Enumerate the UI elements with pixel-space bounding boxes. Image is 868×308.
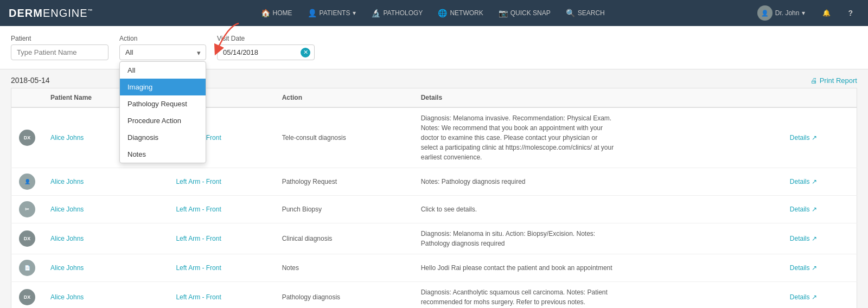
col-avatar: [11, 88, 43, 108]
nav-quicksnap-label: QUICK SNAP: [510, 9, 551, 17]
nav-network[interactable]: 🌐 NETWORK: [431, 4, 489, 22]
details-cell: Diagnosis: Melanoma in situ. Action: Bio…: [413, 223, 782, 254]
brand-logo: DERMENGINE™: [9, 7, 93, 20]
nav-patients[interactable]: 👤 PATIENTS ▾: [301, 4, 363, 22]
nav-search[interactable]: 🔍 SEARCH: [559, 4, 611, 22]
details-link[interactable]: Details ↗: [790, 178, 817, 185]
table-row: DX Alice Johns Left Arm - Front Clinical…: [11, 223, 857, 254]
nav-help[interactable]: ?: [841, 4, 859, 22]
nav-pathology-label: PATHOLOGY: [383, 9, 423, 17]
col-action: Action: [275, 88, 413, 108]
visit-date-filter-group: Visit Date ✕: [217, 35, 315, 60]
nav-home-label: HOME: [273, 9, 292, 17]
details-link[interactable]: Details ↗: [790, 206, 817, 213]
avatar-badge: ✂: [19, 201, 35, 217]
patient-name-cell: Alice Johns: [43, 282, 142, 309]
nav-user-label: Dr. John: [775, 9, 800, 17]
patient-name-cell: Alice Johns: [43, 254, 142, 282]
details-link-cell: Details ↗: [782, 223, 857, 254]
details-link-cell: Details ↗: [782, 282, 857, 309]
patient-name-link[interactable]: Alice Johns: [50, 206, 84, 213]
visit-date-label: Visit Date: [217, 35, 315, 42]
table-row: 📄 Alice Johns Left Arm - Front Notes Hel…: [11, 254, 857, 282]
date-clear-button[interactable]: ✕: [301, 48, 310, 57]
navbar: DERMENGINE™ 🏠 HOME 👤 PATIENTS ▾ 🔬 PATHOL…: [0, 0, 868, 26]
nav-patients-label: PATIENTS: [320, 9, 350, 17]
avatar-badge: DX: [19, 130, 35, 146]
brand-prefix: DERM: [9, 7, 43, 19]
nav-home[interactable]: 🏠 HOME: [254, 4, 299, 22]
dropdown-item-pathology-request[interactable]: Pathology Request: [120, 95, 206, 112]
nav-quicksnap[interactable]: 📷 QUICK SNAP: [492, 4, 557, 22]
action-dropdown-menu: All Imaging Pathology Request Procedure …: [119, 61, 206, 163]
patient-name-link[interactable]: Alice Johns: [50, 264, 84, 272]
details-text: Notes: Pathology diagnosis required: [421, 177, 616, 187]
avatar-badge: DX: [19, 230, 35, 247]
date-input-wrapper: ✕: [217, 44, 315, 60]
nav-right: 👤 Dr. John ▾ 🔔 ?: [751, 1, 859, 25]
action-select[interactable]: All Imaging Pathology Request Procedure …: [119, 44, 206, 60]
nav-notifications[interactable]: 🔔: [816, 5, 837, 21]
nav-network-label: NETWORK: [450, 9, 483, 17]
details-link[interactable]: Details ↗: [790, 264, 817, 272]
patient-name-cell: Alice Johns: [43, 223, 142, 254]
details-text: Diagnosis: Melanoma invasive. Recommenda…: [421, 113, 616, 162]
location-link[interactable]: Left Arm - Front: [176, 206, 221, 213]
details-cell: Diagnosis: Acantholytic squamous cell ca…: [413, 282, 782, 309]
table-row: ✂ Alice Johns Left Arm - Front Punch Bio…: [11, 196, 857, 223]
dropdown-item-notes[interactable]: Notes: [120, 146, 206, 163]
action-cell: Clinical diagnosis: [275, 223, 413, 254]
visit-date-input[interactable]: [217, 44, 315, 60]
action-cell: Pathology diagnosis: [275, 282, 413, 309]
location-link[interactable]: Left Arm - Front: [176, 264, 221, 272]
print-report-button[interactable]: 🖨 Print Report: [810, 76, 857, 85]
details-link[interactable]: Details ↗: [790, 235, 817, 242]
patient-name-link[interactable]: Alice Johns: [50, 134, 84, 142]
details-text: Click to see details.: [421, 204, 616, 214]
location-cell: Left Arm - Front: [168, 254, 274, 282]
details-cell: Notes: Pathology diagnosis required: [413, 168, 782, 196]
avatar: 👤: [757, 5, 773, 21]
details-text: Diagnosis: Acantholytic squamous cell ca…: [421, 287, 616, 307]
nav-pathology[interactable]: 🔬 PATHOLOGY: [365, 4, 429, 22]
details-link-cell: Details ↗: [782, 254, 857, 282]
empty-cell: [142, 254, 168, 282]
action-label: Action: [119, 35, 206, 42]
col-details-link: [782, 88, 857, 108]
action-filter-group: Action All Imaging Pathology Request Pro…: [119, 35, 206, 60]
table-row: 👤 Alice Johns Left Arm - Front Pathology…: [11, 168, 857, 196]
details-link-cell: Details ↗: [782, 168, 857, 196]
location-cell: Left Arm - Front: [168, 282, 274, 309]
patient-search-input[interactable]: [11, 44, 108, 60]
details-text: Diagnosis: Melanoma in situ. Action: Bio…: [421, 229, 616, 248]
avatar-badge: 👤: [19, 174, 35, 190]
details-cell: Click to see details.: [413, 196, 782, 223]
col-details: Details: [413, 88, 782, 108]
user-chevron-icon: ▾: [802, 9, 805, 17]
dropdown-item-diagnosis[interactable]: Diagnosis: [120, 129, 206, 146]
patient-name-cell: Alice Johns: [43, 168, 142, 196]
location-link[interactable]: Left Arm - Front: [176, 178, 221, 185]
empty-cell: [142, 168, 168, 196]
patient-name-link[interactable]: Alice Johns: [50, 293, 84, 301]
dropdown-item-all[interactable]: All: [120, 62, 206, 79]
avatar-cell: 📄: [11, 254, 43, 282]
details-link[interactable]: Details ↗: [790, 134, 817, 142]
bell-icon: 🔔: [822, 9, 831, 17]
nav-search-label: SEARCH: [578, 9, 605, 17]
patient-name-link[interactable]: Alice Johns: [50, 178, 84, 185]
details-link[interactable]: Details ↗: [790, 293, 817, 301]
action-cell: Notes: [275, 254, 413, 282]
empty-cell: [142, 223, 168, 254]
dropdown-item-imaging[interactable]: Imaging: [120, 79, 206, 95]
location-link[interactable]: Left Arm - Front: [176, 235, 221, 242]
nav-user[interactable]: 👤 Dr. John ▾: [751, 1, 812, 25]
details-link-cell: Details ↗: [782, 107, 857, 168]
search-icon: 🔍: [566, 9, 575, 17]
patient-name-link[interactable]: Alice Johns: [50, 235, 84, 242]
dropdown-item-procedure-action[interactable]: Procedure Action: [120, 112, 206, 129]
location-link[interactable]: Left Arm - Front: [176, 293, 221, 301]
brand-suffix: ENGINE: [43, 7, 88, 19]
network-icon: 🌐: [438, 9, 447, 17]
avatar-badge: DX: [19, 289, 35, 305]
